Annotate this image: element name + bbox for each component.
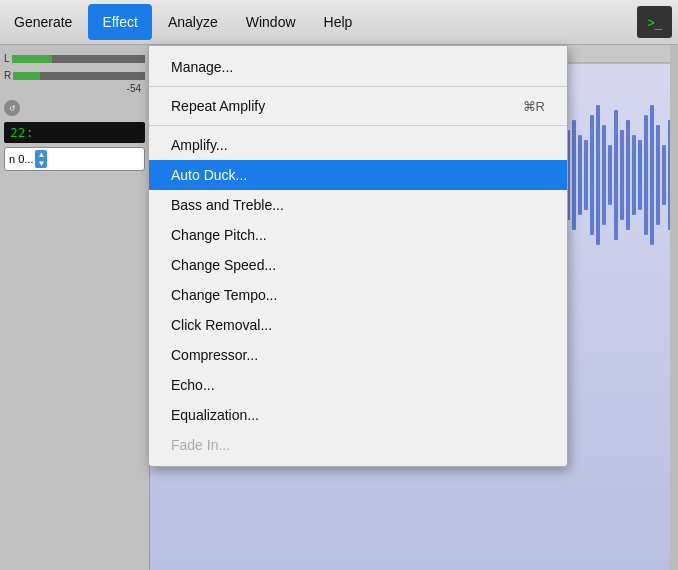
menu-item-repeat-amplify[interactable]: Repeat Amplify ⌘R	[149, 91, 567, 121]
effect-menu: Manage... Repeat Amplify ⌘R Amplify... A…	[148, 45, 568, 467]
menu-item-bass-treble[interactable]: Bass and Treble...	[149, 190, 567, 220]
menu-item-compressor[interactable]: Compressor...	[149, 340, 567, 370]
divider-2	[149, 125, 567, 126]
dropdown-overlay: Manage... Repeat Amplify ⌘R Amplify... A…	[0, 0, 678, 570]
menu-item-manage[interactable]: Manage...	[149, 52, 567, 82]
menu-item-change-speed[interactable]: Change Speed...	[149, 250, 567, 280]
menu-item-change-pitch[interactable]: Change Pitch...	[149, 220, 567, 250]
menu-item-echo[interactable]: Echo...	[149, 370, 567, 400]
menu-item-equalization[interactable]: Equalization...	[149, 400, 567, 430]
menu-item-auto-duck[interactable]: Auto Duck...	[149, 160, 567, 190]
divider-1	[149, 86, 567, 87]
menu-item-change-tempo[interactable]: Change Tempo...	[149, 280, 567, 310]
menu-item-amplify[interactable]: Amplify...	[149, 130, 567, 160]
menu-item-click-removal[interactable]: Click Removal...	[149, 310, 567, 340]
menu-item-fade-in[interactable]: Fade In...	[149, 430, 567, 460]
